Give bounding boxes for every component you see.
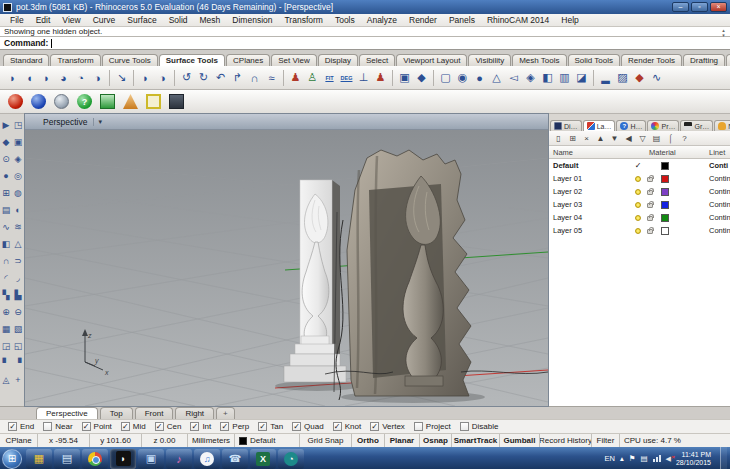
sidebar-tool-icon[interactable]: ▙ — [12, 286, 24, 303]
help-sphere-icon[interactable]: ? — [77, 94, 92, 109]
sidebar-tool-icon[interactable]: ● — [0, 167, 12, 184]
surface-tool-icon[interactable]: ▥ — [556, 69, 573, 87]
surface-tool-icon[interactable]: ♟ — [372, 69, 389, 87]
sidebar-tool-icon[interactable]: ◜ — [0, 269, 12, 286]
taskbar-gauge-app-icon[interactable]: ◔ — [278, 449, 304, 469]
tab-new-in-v5[interactable]: New in V5 — [726, 54, 730, 66]
menu-solid[interactable]: Solid — [163, 15, 194, 25]
status-ortho[interactable]: Ortho — [352, 434, 385, 447]
sidebar-tool-icon[interactable]: ▧ — [12, 320, 24, 337]
minimize-button[interactable]: – — [672, 2, 689, 12]
surface-tool-icon[interactable]: ▢ — [437, 69, 454, 87]
surface-tool-icon[interactable]: ◈ — [522, 69, 539, 87]
layer-unlocked-icon[interactable] — [647, 203, 653, 208]
layer-unlocked-icon[interactable] — [647, 190, 653, 195]
rock-monument[interactable] — [347, 150, 471, 396]
layer-unlocked-icon[interactable] — [647, 216, 653, 221]
sidebar-tool-icon[interactable]: ◐ — [12, 201, 24, 218]
menu-panels[interactable]: Panels — [443, 15, 481, 25]
speaker-muted-icon[interactable]: ◀× — [666, 455, 671, 463]
sidebar-tool-icon[interactable]: ▦ — [0, 320, 12, 337]
surface-tool-icon[interactable]: ♟ — [287, 69, 304, 87]
unnest-icon[interactable]: ◀ — [622, 134, 635, 143]
layer-on-bulb-icon[interactable] — [635, 228, 641, 234]
surface-tool-icon[interactable]: ↺ — [178, 69, 195, 87]
surface-tool-icon[interactable]: ◕ — [55, 69, 72, 87]
menu-transform[interactable]: Transform — [278, 15, 328, 25]
panel-tab-named-positions[interactable]: Na… — [714, 120, 730, 131]
surface-tool-icon[interactable]: ≈ — [263, 69, 280, 87]
sidebar-tool-icon[interactable]: ◎ — [12, 167, 24, 184]
layer-row[interactable]: Layer 05 Contin — [549, 224, 730, 237]
layer-row[interactable]: Default ✓ Conti — [549, 159, 730, 172]
layer-color-swatch[interactable] — [661, 214, 669, 222]
layer-row[interactable]: Layer 03 Contin — [549, 198, 730, 211]
osnap-vertex[interactable]: ✓Vertex — [370, 422, 405, 431]
move-down-icon[interactable]: ▼ — [608, 134, 621, 143]
viewport-menu-caret-icon[interactable]: ▾ — [93, 118, 102, 126]
tab-transform[interactable]: Transform — [50, 54, 100, 66]
osnap-end[interactable]: ✓End — [8, 422, 34, 431]
panel-tab-help[interactable]: ?H… — [616, 120, 646, 131]
surface-tool-icon[interactable]: ● — [471, 69, 488, 87]
osnap-quad[interactable]: ✓Quad — [292, 422, 324, 431]
layer-row[interactable]: Layer 02 Contin — [549, 185, 730, 198]
status-osnap[interactable]: Osnap — [420, 434, 452, 447]
tab-solid-tools[interactable]: Solid Tools — [568, 54, 621, 66]
language-indicator[interactable]: EN — [605, 454, 615, 463]
layer-on-bulb-icon[interactable] — [635, 202, 641, 208]
sidebar-tool-icon[interactable]: ◱ — [12, 337, 24, 354]
layer-color-swatch[interactable] — [661, 188, 669, 196]
tray-app-icon[interactable]: ▤ — [640, 454, 647, 463]
taskbar-itunes-icon[interactable]: ♫ — [194, 449, 220, 469]
surface-tool-icon[interactable]: ↱ — [229, 69, 246, 87]
status-cplane[interactable]: CPlane — [0, 434, 38, 447]
layer-on-bulb-icon[interactable] — [635, 189, 641, 195]
surface-tool-icon[interactable]: ◪ — [573, 69, 590, 87]
sidebar-tool-icon[interactable]: ▘ — [0, 354, 12, 371]
taskbar-photo-viewer-icon[interactable]: ▣ — [138, 449, 164, 469]
sidebar-tool-icon[interactable]: ▝ — [12, 354, 24, 371]
sidebar-tool-icon[interactable]: ▤ — [0, 201, 12, 218]
surface-tool-icon[interactable]: ◗ — [4, 69, 21, 87]
sidebar-tool-icon[interactable]: ▚ — [0, 286, 12, 303]
surface-tool-icon[interactable]: ↘ — [113, 69, 130, 87]
deg-srf-icon[interactable]: DEG — [338, 69, 355, 87]
tab-display[interactable]: Display — [318, 54, 358, 66]
sidebar-tool-icon[interactable]: ⊕ — [0, 303, 12, 320]
taskbar-clock[interactable]: 11:41 PM 28/10/2015 — [676, 451, 711, 467]
tab-standard[interactable]: Standard — [3, 54, 49, 66]
surface-tool-icon[interactable]: △ — [488, 69, 505, 87]
column-linetype[interactable]: Linet — [709, 148, 725, 157]
osnap-project[interactable]: Project — [414, 422, 451, 431]
panel-tab-layers[interactable]: La… — [583, 120, 616, 131]
osnap-near[interactable]: Near — [43, 422, 72, 431]
layer-row[interactable]: Layer 04 Contin — [549, 211, 730, 224]
close-button[interactable]: × — [710, 2, 727, 12]
taskbar-explorer-icon[interactable]: ▦ — [26, 449, 52, 469]
sidebar-tool-icon[interactable]: ▶ — [0, 116, 12, 133]
sidebar-tool-icon[interactable]: ∩ — [0, 252, 12, 269]
taskbar-excel-icon[interactable]: X — [250, 449, 276, 469]
sidebar-tool-icon[interactable]: ◧ — [0, 235, 12, 252]
status-grid-snap[interactable]: Grid Snap — [300, 434, 352, 447]
menu-edit[interactable]: Edit — [30, 15, 57, 25]
menu-render[interactable]: Render — [403, 15, 443, 25]
perspective-viewport[interactable]: Perspective ▾ — [25, 114, 548, 406]
sidebar-tool-icon[interactable]: △ — [12, 235, 24, 252]
surface-tool-icon[interactable]: ↻ — [195, 69, 212, 87]
surface-tool-icon[interactable]: ◑ — [89, 69, 106, 87]
surface-tool-icon[interactable]: ◔ — [72, 69, 89, 87]
tab-select[interactable]: Select — [359, 54, 395, 66]
sidebar-tool-icon[interactable]: ◆ — [0, 133, 12, 150]
sidebar-tool-icon[interactable]: ⊙ — [0, 150, 12, 167]
surface-tool-icon[interactable]: ◖ — [21, 69, 38, 87]
panel-tab-groundplane[interactable]: Gr… — [680, 120, 713, 131]
sidebar-tool-icon[interactable]: ◳ — [12, 116, 24, 133]
sidebar-tool-icon[interactable]: ▣ — [12, 133, 24, 150]
osnap-perp[interactable]: ✓Perp — [220, 422, 249, 431]
tab-render-tools[interactable]: Render Tools — [621, 54, 682, 66]
menu-curve[interactable]: Curve — [87, 15, 122, 25]
panel-tab-properties[interactable]: Pr… — [647, 120, 679, 131]
layer-color-swatch[interactable] — [661, 175, 669, 183]
